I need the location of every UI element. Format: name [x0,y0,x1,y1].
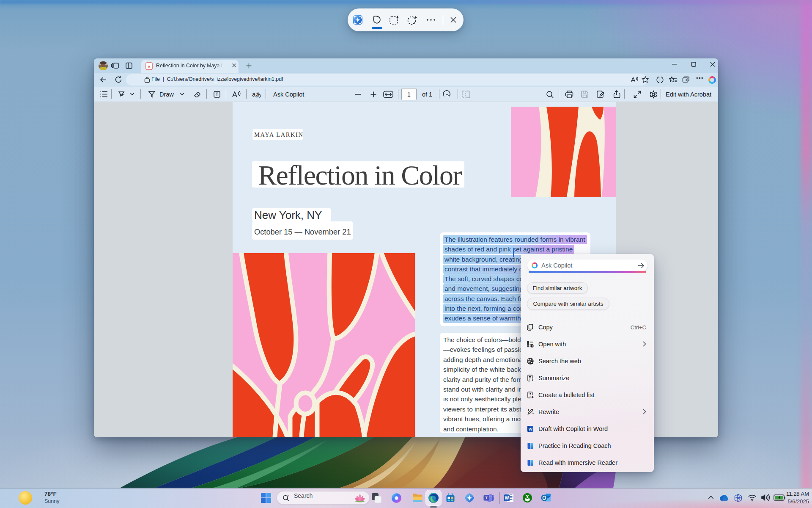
svg-text:W: W [505,495,509,500]
svg-text:T: T [485,496,488,500]
svg-text:W: W [529,427,532,431]
svg-text:A: A [148,64,151,69]
